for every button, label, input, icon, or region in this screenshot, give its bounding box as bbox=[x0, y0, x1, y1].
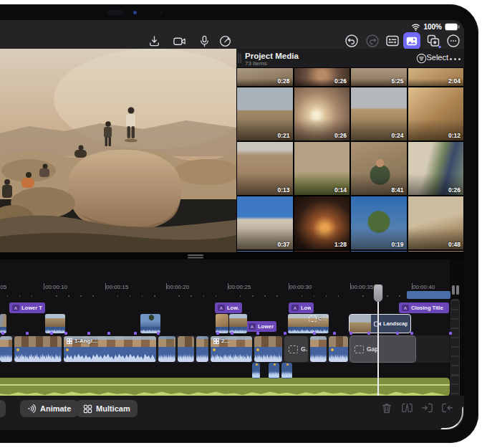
title-clip[interactable]: ALower T… bbox=[9, 302, 45, 313]
media-thumbnail[interactable] bbox=[294, 251, 350, 252]
media-thumbnail[interactable]: 0:37 bbox=[237, 196, 293, 249]
keyframe-dot[interactable] bbox=[213, 348, 216, 351]
media-thumbnail[interactable]: 0:14 bbox=[294, 142, 350, 195]
record-button[interactable] bbox=[172, 33, 188, 49]
media-more-icon[interactable] bbox=[450, 57, 461, 60]
connected-clip[interactable] bbox=[229, 314, 247, 333]
clip-label: 2… bbox=[213, 338, 230, 344]
media-thumbnail[interactable]: 0:19 bbox=[351, 196, 407, 249]
connect-point-marker bbox=[396, 332, 399, 335]
audio-clip[interactable] bbox=[281, 363, 292, 378]
keyframe-dot[interactable] bbox=[331, 348, 334, 351]
connected-clip[interactable] bbox=[0, 314, 6, 333]
timeline-clip[interactable] bbox=[14, 336, 62, 362]
media-thumbnail[interactable]: 0:12 bbox=[408, 87, 464, 140]
volume-line[interactable] bbox=[0, 384, 450, 386]
media-thumbnail[interactable]: 8:41 bbox=[351, 142, 407, 195]
keyframe-dot[interactable] bbox=[256, 348, 259, 351]
title-clip[interactable]: ALower… bbox=[246, 321, 276, 332]
pencil-tools-button[interactable] bbox=[217, 33, 233, 49]
timeline-clip[interactable] bbox=[178, 336, 194, 362]
panel-grip[interactable] bbox=[238, 53, 239, 63]
timeline-scrollbar[interactable] bbox=[450, 299, 460, 396]
media-thumbnail[interactable]: 0:26 bbox=[294, 68, 350, 86]
undo-button[interactable] bbox=[344, 33, 360, 49]
playhead-handle[interactable] bbox=[373, 284, 383, 302]
connected-clip[interactable]: C… bbox=[288, 314, 329, 333]
media-thumbnail[interactable]: 5:25 bbox=[351, 68, 407, 86]
title-clip[interactable]: ALow… bbox=[215, 302, 242, 313]
timeline-clip[interactable]: 1-Angl… bbox=[64, 336, 156, 362]
inspector-button[interactable] bbox=[385, 33, 400, 49]
multicam-button[interactable]: Multicam bbox=[76, 400, 138, 417]
microphone-button[interactable] bbox=[196, 33, 212, 49]
multicam-clip-icon bbox=[213, 338, 219, 344]
media-thumbnail[interactable] bbox=[237, 251, 293, 252]
music-clip[interactable] bbox=[0, 378, 450, 396]
media-browser-button[interactable] bbox=[403, 32, 420, 49]
gap-clip[interactable]: G… bbox=[284, 336, 308, 362]
ruler-major-tick bbox=[350, 283, 351, 290]
animate-button[interactable]: Animate bbox=[20, 400, 78, 417]
connected-clip[interactable]: Landscap… bbox=[349, 314, 411, 333]
media-thumbnail[interactable]: 0:48 bbox=[408, 196, 464, 249]
ruler-timecode: 00:00:25 bbox=[228, 284, 251, 290]
ruler-timecode: 00:00:15 bbox=[106, 284, 128, 290]
media-thumbnail[interactable]: 0:28 bbox=[237, 68, 293, 86]
media-select-button[interactable]: Select bbox=[426, 53, 448, 62]
connect-point-marker bbox=[313, 332, 316, 335]
connected-clip[interactable] bbox=[45, 314, 65, 333]
more-button[interactable] bbox=[445, 33, 461, 49]
media-thumbnail[interactable]: 0:24 bbox=[351, 87, 407, 140]
split-clip-icon[interactable] bbox=[400, 401, 413, 414]
timeline-clip[interactable] bbox=[0, 336, 12, 362]
track-height-handle-icon[interactable] bbox=[452, 285, 455, 295]
cutoff-button[interactable] bbox=[0, 400, 6, 417]
redo-button[interactable] bbox=[365, 33, 380, 49]
media-thumbnail[interactable]: 0:13 bbox=[237, 142, 293, 195]
connect-point-marker bbox=[367, 332, 370, 335]
connected-clip-bar[interactable] bbox=[407, 291, 450, 299]
clip-duration: 0:26 bbox=[334, 132, 347, 139]
timeline-clip[interactable] bbox=[254, 336, 282, 362]
timeline-clip[interactable] bbox=[196, 336, 208, 362]
panel-divider[interactable] bbox=[0, 252, 464, 259]
media-thumbnail[interactable]: 1:28 bbox=[294, 196, 350, 249]
title-clip[interactable]: AClosing Title bbox=[399, 302, 449, 313]
connected-clip[interactable] bbox=[216, 314, 228, 333]
front-camera-icon bbox=[133, 11, 137, 14]
clip-duration: 0:24 bbox=[391, 132, 403, 139]
media-thumbnail[interactable]: 0:21 bbox=[237, 87, 293, 140]
connected-clip[interactable] bbox=[140, 314, 160, 333]
gap-clip[interactable]: Gap bbox=[350, 336, 415, 362]
ruler-minor-tick bbox=[240, 295, 241, 297]
overwrite-clip-icon[interactable] bbox=[440, 401, 453, 414]
audio-clip[interactable] bbox=[269, 363, 279, 378]
title-clip[interactable]: ALow… bbox=[289, 302, 314, 313]
ruler-major-tick bbox=[166, 283, 167, 290]
media-thumbnail[interactable] bbox=[351, 251, 407, 252]
divider-handle-icon[interactable] bbox=[188, 254, 203, 256]
media-thumbnail[interactable] bbox=[408, 251, 464, 252]
effects-button[interactable] bbox=[425, 33, 441, 49]
ruler-timecode: 00:00:05 bbox=[0, 284, 6, 290]
media-thumbnail[interactable]: 0:26 bbox=[408, 142, 464, 195]
timeline-clip[interactable] bbox=[310, 336, 327, 362]
timeline-clip[interactable] bbox=[158, 336, 175, 362]
audio-clip[interactable] bbox=[252, 363, 260, 378]
media-thumbnail[interactable]: 0:26 bbox=[294, 87, 350, 140]
delete-icon[interactable] bbox=[380, 401, 393, 414]
media-thumbnail[interactable]: 2:04 bbox=[408, 68, 464, 86]
clip-thumbnail bbox=[216, 314, 228, 327]
import-button[interactable] bbox=[146, 33, 162, 49]
keyframe-dot[interactable] bbox=[66, 348, 69, 351]
timeline-clip[interactable]: 2… bbox=[211, 336, 252, 362]
timeline-clip[interactable] bbox=[329, 336, 348, 362]
clip-duration: 0:28 bbox=[277, 77, 289, 85]
viewer[interactable]: 00:00:37:14 41 % bbox=[0, 49, 236, 252]
timeline-lanes[interactable]: 00:00:0500:00:1000:00:1500:00:2000:00:25… bbox=[0, 259, 464, 396]
clip-waveform bbox=[64, 347, 156, 362]
keyframe-dot[interactable] bbox=[16, 348, 19, 351]
insert-clip-icon[interactable] bbox=[420, 401, 433, 414]
media-filter-button[interactable] bbox=[416, 53, 427, 67]
